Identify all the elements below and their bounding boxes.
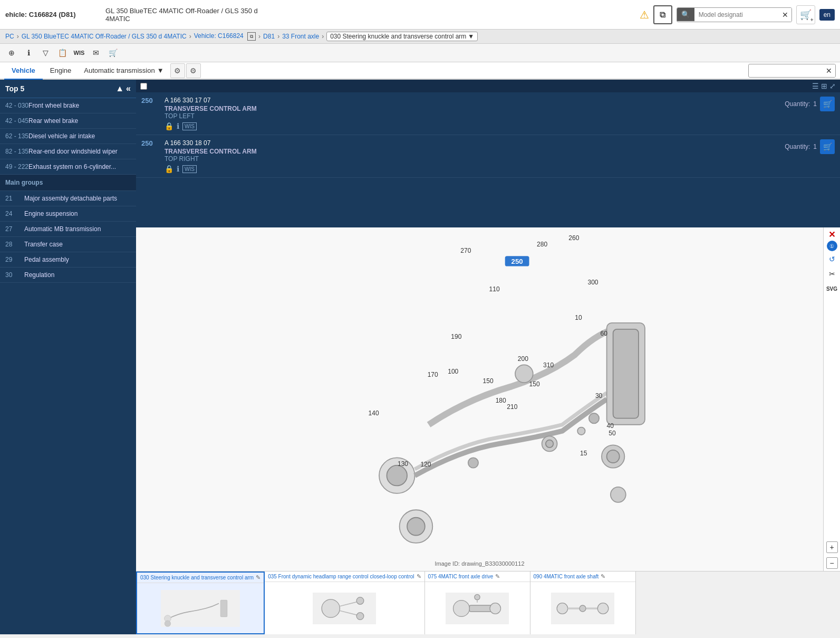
breadcrumb-d81[interactable]: D81 — [263, 33, 275, 40]
parts-select-all-checkbox[interactable] — [140, 83, 147, 90]
svg-point-24 — [356, 612, 364, 620]
language-button[interactable]: en — [819, 9, 835, 21]
sidebar-major-assembly[interactable]: 21 Major assembly detachable parts — [0, 191, 136, 206]
part-lock-icon-2[interactable]: 🔒 — [165, 165, 173, 173]
breadcrumb-front-axle[interactable]: 33 Front axle — [282, 33, 319, 40]
thumbnail-090-image — [530, 582, 635, 634]
tab-search-input[interactable] — [749, 65, 823, 77]
tab-settings-icon2[interactable]: ⚙ — [186, 63, 201, 78]
cart-button[interactable]: 🛒+ — [796, 5, 815, 24]
part-details-250-2: A 166 330 18 07 TRANSVERSE CONTROL ARM T… — [165, 139, 780, 173]
part-details-250-1: A 166 330 17 07 TRANSVERSE CONTROL ARM T… — [165, 97, 780, 130]
sidebar-automatic-mb-transmission[interactable]: 27 Automatic MB transmission — [0, 222, 136, 237]
thumbnail-035[interactable]: 035 Front dynamic headlamp range control… — [265, 572, 424, 634]
parts-diagram-svg: 250 250 280 260 270 300 110 10 190 60 20… — [136, 227, 823, 571]
warning-icon[interactable]: ⚠ — [640, 8, 649, 21]
part-info-icon-2[interactable]: ℹ — [177, 165, 179, 173]
part-item-250-1[interactable]: 250 A 166 330 17 07 TRANSVERSE CONTROL A… — [136, 92, 840, 135]
parts-expand-icon[interactable]: ⤢ — [829, 82, 836, 90]
filter-icon[interactable]: ▽ — [38, 45, 53, 60]
breadcrumb-current-dropdown[interactable]: 030 Steering knuckle and transverse cont… — [326, 32, 478, 41]
thumbnail-075[interactable]: 075 4MATIC front axle drive ✎ — [425, 572, 530, 634]
diagram-close-button[interactable]: ✕ — [828, 230, 835, 240]
part-number-250-1: 250 — [141, 97, 160, 104]
sidebar-item-windshield-wiper[interactable]: 82 - 135 Rear-end door windshield wiper — [0, 144, 136, 159]
parts-list-view-icon[interactable]: ☰ — [812, 82, 819, 90]
sidebar-item-rear-wheel-brake[interactable]: 42 - 045 Rear wheel brake — [0, 113, 136, 129]
tab-search-clear[interactable]: ✕ — [823, 64, 835, 77]
thumbnail-090-edit-icon[interactable]: ✎ — [601, 573, 605, 580]
header-icons: ⚠ ⧉ 🔍 ✕ 🛒+ en — [640, 5, 835, 24]
parts-list-header-icons: ☰ ⊞ ⤢ — [812, 82, 836, 90]
part-info-icon[interactable]: ℹ — [177, 122, 179, 130]
sidebar-item-front-wheel-brake[interactable]: 42 - 030 Front wheel brake — [0, 98, 136, 113]
thumbnail-035-edit-icon[interactable]: ✎ — [417, 573, 421, 580]
thumbnail-030-edit-icon[interactable]: ✎ — [256, 574, 260, 581]
svg-point-33 — [580, 605, 586, 612]
model-search-button[interactable]: 🔍 — [677, 8, 694, 21]
sidebar-collapse-icon[interactable]: ▲ — [115, 84, 124, 93]
svg-point-7 — [546, 440, 553, 447]
diagram-label-190: 190 — [451, 333, 461, 340]
part-sub-250-2: TOP RIGHT — [165, 155, 780, 163]
wis-icon[interactable]: WIS — [72, 45, 86, 60]
sidebar-pedal-assembly[interactable]: 29 Pedal assembly — [0, 252, 136, 268]
zoom-out-button[interactable]: − — [826, 557, 838, 569]
sidebar-transfer-case[interactable]: 28 Transfer case — [0, 237, 136, 252]
svg-point-13 — [577, 427, 585, 435]
sidebar-regulation[interactable]: 30 Regulation — [0, 268, 136, 283]
part-add-cart-250-1[interactable]: 🛒 — [820, 97, 835, 111]
rp-svg-export-icon[interactable]: SVG — [825, 282, 839, 296]
cart-toolbar-icon[interactable]: 🛒 — [105, 45, 120, 60]
part-qty-250-2: Quantity: 1 🛒 — [785, 139, 835, 154]
diagram-label-200: 200 — [518, 355, 528, 363]
part-wis-icon[interactable]: WIS — [182, 122, 197, 130]
sidebar-close-icon[interactable]: « — [126, 84, 131, 93]
center-content: ☰ ⊞ ⤢ 250 A 166 330 17 07 TRANSVERSE CON… — [136, 80, 840, 634]
tab-settings-icon1[interactable]: ⚙ — [170, 63, 185, 78]
diagram-label-270: 270 — [460, 247, 471, 254]
thumbnail-090[interactable]: 090 4MATIC front axle shaft ✎ — [530, 572, 636, 634]
rp-cut-icon[interactable]: ✂ — [825, 267, 839, 281]
sidebar-item-exhaust-system[interactable]: 49 - 222 Exhaust system on 6-cylinder... — [0, 159, 136, 175]
breadcrumb-model[interactable]: GL 350 BlueTEC 4MATIC Off-Roader / GLS 3… — [22, 33, 187, 40]
part-add-cart-250-2[interactable]: 🛒 — [820, 139, 835, 154]
diagram-label-260: 260 — [568, 234, 579, 242]
model-search-box: 🔍 ✕ — [677, 7, 792, 22]
rp-sync-icon[interactable]: ↺ — [825, 252, 839, 266]
mail-icon[interactable]: ✉ — [89, 45, 103, 60]
svg-rect-3 — [613, 329, 639, 418]
breadcrumb-vehicle-link[interactable]: Vehicle: C166824 — [194, 32, 244, 40]
breadcrumb-vehicle: Vehicle: C166824 ⧉ — [194, 32, 256, 41]
info-icon[interactable]: ℹ — [21, 45, 36, 60]
thumbnail-030[interactable]: 030 Steering knuckle and transverse cont… — [136, 572, 265, 634]
diagram-label-60: 60 — [601, 330, 608, 337]
zoom-in-button[interactable]: + — [826, 541, 838, 553]
copy-button[interactable]: ⧉ — [653, 5, 672, 24]
thumbnail-075-edit-icon[interactable]: ✎ — [495, 573, 500, 580]
part-lock-icon[interactable]: 🔒 — [165, 122, 173, 130]
sidebar-item-diesel-air-intake[interactable]: 62 - 135 Diesel vehicle air intake — [0, 129, 136, 144]
svg-point-22 — [356, 597, 364, 604]
svg-point-20 — [322, 599, 340, 617]
svg-point-10 — [611, 487, 626, 502]
tab-automatic-transmission[interactable]: Automatic transmission ▼ — [79, 62, 169, 79]
sidebar-engine-suspension[interactable]: 24 Engine suspension — [0, 206, 136, 222]
diagram-label-10: 10 — [575, 314, 582, 321]
document-icon[interactable]: 📋 — [55, 45, 70, 60]
thumbnails-row: 030 Steering knuckle and transverse cont… — [136, 571, 840, 634]
rp-badge[interactable]: ① — [827, 241, 837, 251]
vehicle-id: ehicle: C166824 (D81) — [5, 11, 100, 18]
zoom-in-icon[interactable]: ⊕ — [4, 45, 19, 60]
model-search-input[interactable] — [694, 8, 779, 21]
part-wis-icon-2[interactable]: WIS — [182, 165, 197, 173]
tab-vehicle[interactable]: Vehicle — [4, 62, 43, 80]
vehicle-copy-icon[interactable]: ⧉ — [247, 32, 256, 41]
breadcrumb-pc[interactable]: PC — [5, 33, 14, 40]
tab-engine[interactable]: Engine — [43, 62, 79, 80]
part-action-icons-250-1: 🔒 ℹ WIS — [165, 122, 780, 130]
model-search-clear[interactable]: ✕ — [779, 8, 791, 22]
sidebar-header-icons: ▲ « — [115, 84, 131, 93]
part-item-250-2[interactable]: 250 A 166 330 18 07 TRANSVERSE CONTROL A… — [136, 135, 840, 178]
parts-grid-view-icon[interactable]: ⊞ — [821, 82, 827, 90]
